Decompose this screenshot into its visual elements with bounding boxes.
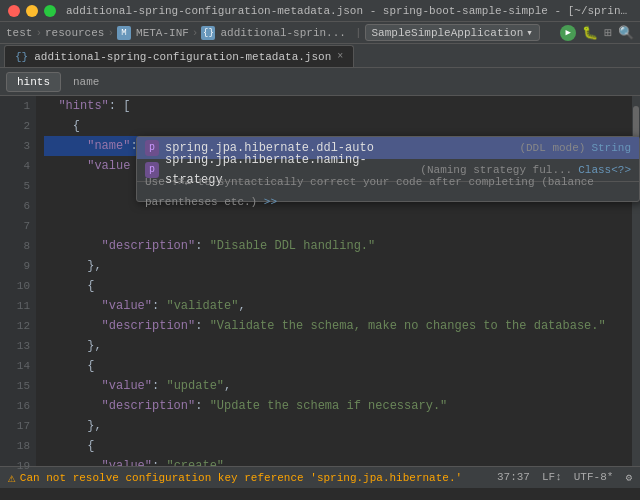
json-file-icon: {}	[15, 51, 28, 63]
line-num-14: 14	[17, 356, 30, 376]
line-num-10: 10	[17, 276, 30, 296]
tab-bar: {} additional-spring-configuration-metad…	[0, 44, 640, 68]
code-line-2: {	[44, 116, 632, 136]
code-line-8: "value": "validate",	[44, 296, 632, 316]
code-line-13: "description": "Update the schema if nec…	[44, 396, 632, 416]
editor-content[interactable]: "hints": [ { "name": "spring.jpa.hiberna…	[36, 96, 632, 466]
pill-name[interactable]: name	[63, 72, 109, 92]
code-line-6: },	[44, 256, 632, 276]
tab-close-button[interactable]: ×	[337, 51, 343, 62]
line-num-13: 13	[17, 336, 30, 356]
traffic-lights	[8, 5, 56, 17]
line-num-12: 12	[17, 316, 30, 336]
breadcrumb-file[interactable]: additional-sprin...	[220, 27, 345, 39]
status-bar: ⚠ Can not resolve configuration key refe…	[0, 466, 640, 488]
status-warning: ⚠ Can not resolve configuration key refe…	[8, 470, 489, 486]
line-num-7: 7	[23, 216, 30, 236]
pill-hints-label: hints	[17, 76, 50, 88]
window-title: additional-spring-configuration-metadata…	[66, 5, 632, 17]
tab-label: additional-spring-configuration-metadata…	[34, 51, 331, 63]
line-num-9: 9	[23, 256, 30, 276]
code-line-10: },	[44, 336, 632, 356]
warning-icon: ⚠	[8, 470, 16, 486]
pill-hints[interactable]: hints	[6, 72, 61, 92]
line-num-11: 11	[17, 296, 30, 316]
titlebar: additional-spring-configuration-metadata…	[0, 0, 640, 22]
pill-name-label: name	[73, 76, 99, 88]
line-numbers: 1 2 3 4 5 6 7 8 9 10 11 12 13 14 15 16 1…	[0, 96, 36, 466]
file-tab[interactable]: {} additional-spring-configuration-metad…	[4, 45, 354, 67]
line-num-4: 4	[23, 156, 30, 176]
line-num-5: 5	[23, 176, 30, 196]
search-icon[interactable]: 🔍	[618, 25, 634, 41]
ac-tip-text: Use ⇧⌘↵ to syntactically correct your co…	[145, 172, 631, 212]
chevron-down-icon: ▾	[526, 26, 533, 39]
minimize-button[interactable]	[26, 5, 38, 17]
autocomplete-popup[interactable]: p spring.jpa.hibernate.ddl-auto (DDL mod…	[136, 136, 632, 202]
line-num-6: 6	[23, 196, 30, 216]
meta-inf-icon: M	[117, 26, 131, 40]
pill-tabs: hints name	[0, 68, 640, 96]
code-line-1: "hints": [	[44, 96, 632, 116]
debug-icon[interactable]: 🐛	[582, 25, 598, 41]
code-line-16: "value": "create",	[44, 456, 632, 466]
structure-icon[interactable]: ⊞	[604, 25, 612, 41]
line-num-19: 19	[17, 456, 30, 476]
line-num-8: 8	[23, 236, 30, 256]
line-num-18: 18	[17, 436, 30, 456]
line-ending: LF↕	[542, 471, 562, 484]
maximize-button[interactable]	[44, 5, 56, 17]
breadcrumb-resources[interactable]: resources	[45, 27, 104, 39]
breadcrumb-metainf[interactable]: META-INF	[136, 27, 189, 39]
code-line-7: {	[44, 276, 632, 296]
app-selector[interactable]: SampleSimpleApplication ▾	[365, 24, 540, 41]
code-line-9: "description": "Validate the schema, mak…	[44, 316, 632, 336]
toolbar-icons: ▶ 🐛 ⊞ 🔍	[556, 25, 634, 41]
status-right: 37:37 LF↕ UTF-8* ⚙	[497, 471, 632, 484]
line-num-15: 15	[17, 376, 30, 396]
ac-hint-1: (DDL mode)	[519, 138, 585, 158]
app-selector-label: SampleSimpleApplication	[372, 27, 524, 39]
code-line-14: },	[44, 416, 632, 436]
line-num-3: 3	[23, 136, 30, 156]
editor-container: 1 2 3 4 5 6 7 8 9 10 11 12 13 14 15 16 1…	[0, 96, 640, 466]
line-num-1: 1	[23, 96, 30, 116]
breadcrumb-test[interactable]: test	[6, 27, 32, 39]
ac-badge-1: p	[145, 140, 159, 156]
line-num-16: 16	[17, 396, 30, 416]
run-button[interactable]: ▶	[560, 25, 576, 41]
close-button[interactable]	[8, 5, 20, 17]
code-line-15: {	[44, 436, 632, 456]
status-warning-text: Can not resolve configuration key refere…	[20, 472, 462, 484]
cursor-position: 37:37	[497, 471, 530, 484]
code-line-12: "value": "update",	[44, 376, 632, 396]
line-num-17: 17	[17, 416, 30, 436]
ac-type-1: String	[591, 138, 631, 158]
gear-icon[interactable]: ⚙	[625, 471, 632, 484]
breadcrumb-bar: test › resources › M META-INF › {} addit…	[0, 22, 640, 44]
line-num-2: 2	[23, 116, 30, 136]
encoding: UTF-8*	[574, 471, 614, 484]
autocomplete-tip: Use ⇧⌘↵ to syntactically correct your co…	[137, 181, 632, 201]
code-line-5: "description": "Disable DDL handling."	[44, 236, 632, 256]
code-line-11: {	[44, 356, 632, 376]
file-icon: {}	[201, 26, 215, 40]
ac-tip-link[interactable]: >>	[264, 196, 277, 208]
